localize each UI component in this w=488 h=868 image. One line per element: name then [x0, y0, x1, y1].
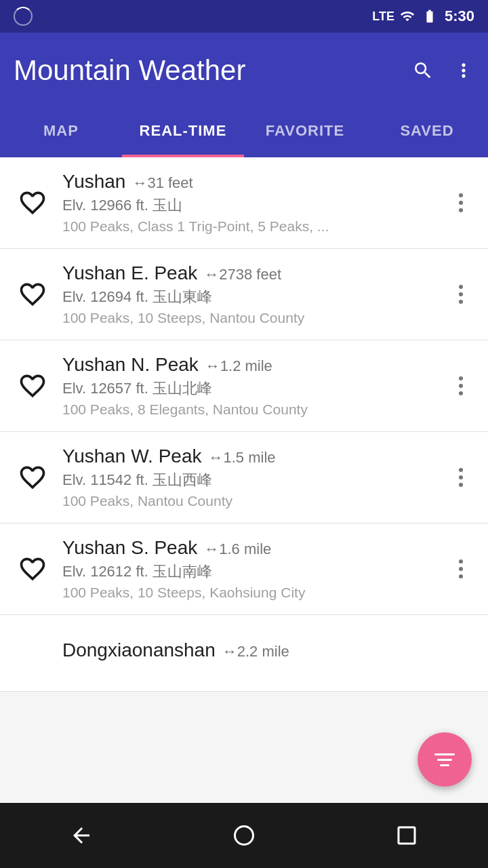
list-item: Yushan W. Peak ↔1.5 mile Elv. 11542 ft. …: [0, 432, 488, 524]
list-item: Yushan S. Peak ↔1.6 mile Elv. 12612 ft. …: [0, 524, 488, 615]
time-display: 5:30: [445, 7, 474, 25]
item-title-1: Yushan ↔31 feet: [62, 171, 436, 193]
heart-icon-3: [18, 371, 47, 401]
back-icon: [69, 823, 94, 848]
item-distance-6: ↔2.2 mile: [222, 643, 289, 660]
back-button[interactable]: [54, 808, 108, 863]
list-item: Yushan ↔31 feet Elv. 12966 ft. 玉山 100 Pe…: [0, 157, 488, 249]
heart-icon-5: [18, 554, 47, 584]
list-item: Yushan N. Peak ↔1.2 mile Elv. 12657 ft. …: [0, 340, 488, 432]
item-tags-2: 100 Peaks, 10 Steeps, Nantou County: [62, 310, 436, 326]
status-bar: LTE 5:30: [0, 0, 488, 33]
item-elevation-2: Elv. 12694 ft. 玉山東峰: [62, 287, 436, 307]
item-title-5: Yushan S. Peak ↔1.6 mile: [62, 537, 436, 559]
favorite-button-4[interactable]: [11, 456, 54, 499]
home-button[interactable]: [217, 808, 271, 863]
item-content-5: Yushan S. Peak ↔1.6 mile Elv. 12612 ft. …: [54, 537, 445, 601]
list-item: Dongxiaonanshan ↔2.2 mile: [0, 615, 488, 692]
recents-button[interactable]: [380, 808, 434, 863]
item-content-6: Dongxiaonanshan ↔2.2 mile: [54, 639, 477, 661]
app-bar-actions: [412, 60, 474, 81]
svg-rect-1: [399, 827, 415, 844]
item-tags-1: 100 Peaks, Class 1 Trig-Point, 5 Peaks, …: [62, 218, 436, 235]
overflow-menu-button[interactable]: [453, 60, 474, 81]
item-content-3: Yushan N. Peak ↔1.2 mile Elv. 12657 ft. …: [54, 354, 445, 418]
favorite-button-1[interactable]: [11, 181, 54, 224]
filter-icon: [434, 753, 455, 766]
heart-icon-2: [18, 279, 47, 309]
search-icon: [412, 60, 434, 81]
status-icons: LTE 5:30: [372, 7, 474, 25]
recents-icon: [394, 823, 419, 848]
tab-saved[interactable]: SAVED: [366, 108, 488, 157]
favorite-button-5[interactable]: [11, 547, 54, 591]
heart-icon-4: [18, 462, 47, 492]
favorite-button-2[interactable]: [11, 273, 54, 316]
item-menu-button-5[interactable]: [445, 547, 477, 591]
lte-icon: LTE: [372, 9, 394, 24]
spinner-icon: [14, 7, 33, 26]
item-menu-button-2[interactable]: [445, 273, 477, 316]
three-dots-icon-1: [459, 193, 463, 212]
item-tags-5: 100 Peaks, 10 Steeps, Kaohsiung City: [62, 585, 436, 601]
item-title-6: Dongxiaonanshan ↔2.2 mile: [62, 639, 469, 661]
item-elevation-3: Elv. 12657 ft. 玉山北峰: [62, 378, 436, 399]
tab-bar: MAP REAL-TIME FAVORITE SAVED: [0, 108, 488, 157]
three-dots-icon-2: [459, 285, 463, 304]
item-distance-3: ↔1.2 mile: [205, 357, 272, 375]
item-distance-4: ↔1.5 mile: [208, 449, 275, 467]
item-title-3: Yushan N. Peak ↔1.2 mile: [62, 354, 436, 376]
list-item: Yushan E. Peak ↔2738 feet Elv. 12694 ft.…: [0, 249, 488, 340]
item-distance-5: ↔1.6 mile: [204, 540, 271, 558]
home-icon: [232, 823, 256, 848]
item-distance-1: ↔31 feet: [132, 174, 192, 192]
heart-icon-1: [18, 188, 47, 218]
item-menu-button-4[interactable]: [445, 456, 477, 499]
item-title-4: Yushan W. Peak ↔1.5 mile: [62, 446, 436, 467]
search-button[interactable]: [412, 60, 434, 81]
item-title-2: Yushan E. Peak ↔2738 feet: [62, 262, 436, 284]
item-elevation-4: Elv. 11542 ft. 玉山西峰: [62, 470, 436, 490]
mountain-list: Yushan ↔31 feet Elv. 12966 ft. 玉山 100 Pe…: [0, 157, 488, 692]
more-vert-icon: [453, 60, 474, 81]
filter-fab-button[interactable]: [418, 732, 472, 787]
item-tags-4: 100 Peaks, Nantou County: [62, 493, 436, 509]
svg-point-0: [235, 827, 253, 845]
battery-icon: [420, 9, 439, 24]
tab-map[interactable]: MAP: [0, 108, 122, 157]
signal-icon: [400, 9, 415, 24]
three-dots-icon-5: [459, 559, 463, 578]
tab-favorite[interactable]: FAVORITE: [244, 108, 366, 157]
item-content-2: Yushan E. Peak ↔2738 feet Elv. 12694 ft.…: [54, 262, 445, 326]
item-content-4: Yushan W. Peak ↔1.5 mile Elv. 11542 ft. …: [54, 446, 445, 509]
item-elevation-5: Elv. 12612 ft. 玉山南峰: [62, 561, 436, 582]
navigation-bar: [0, 803, 488, 868]
three-dots-icon-3: [459, 376, 463, 395]
item-elevation-1: Elv. 12966 ft. 玉山: [62, 195, 436, 216]
item-distance-2: ↔2738 feet: [204, 266, 281, 283]
item-menu-button-1[interactable]: [445, 181, 477, 224]
favorite-button-3[interactable]: [11, 364, 54, 408]
app-bar: Mountain Weather: [0, 33, 488, 108]
three-dots-icon-4: [459, 468, 463, 487]
tab-realtime[interactable]: REAL-TIME: [122, 108, 244, 157]
item-content-1: Yushan ↔31 feet Elv. 12966 ft. 玉山 100 Pe…: [54, 171, 445, 235]
item-menu-button-3[interactable]: [445, 364, 477, 408]
item-tags-3: 100 Peaks, 8 Elegants, Nantou County: [62, 401, 436, 418]
app-title: Mountain Weather: [14, 54, 412, 87]
